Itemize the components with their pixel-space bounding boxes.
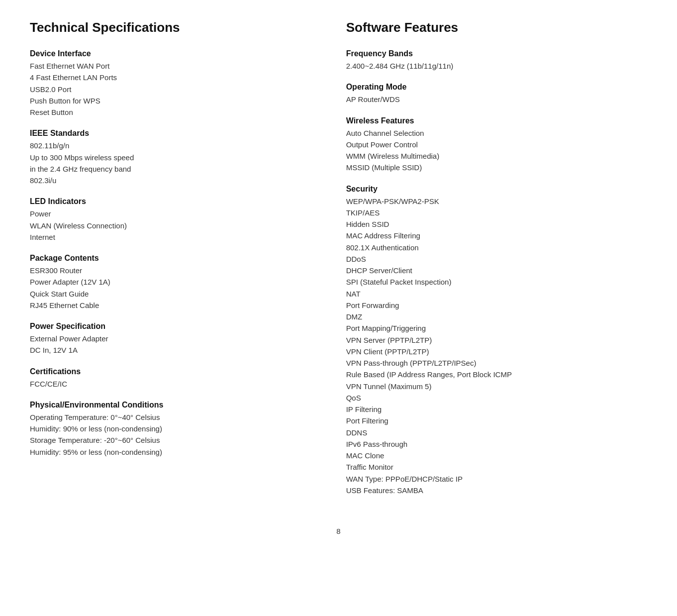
section-ieee-standards: IEEE Standards802.11b/g/nUp to 300 Mbps … [30, 129, 306, 186]
section-certifications: CertificationsFCC/CE/IC [30, 367, 306, 390]
section-heading-device-interface: Device Interface [30, 49, 306, 58]
section-led-indicators: LED IndicatorsPowerWLAN (Wireless Connec… [30, 197, 306, 243]
section-content-wireless-features: Auto Channel SelectionOutput Power Contr… [346, 127, 647, 174]
list-item: Output Power Control [346, 139, 647, 150]
section-content-certifications: FCC/CE/IC [30, 378, 306, 390]
section-wireless-features: Wireless FeaturesAuto Channel SelectionO… [346, 116, 647, 174]
list-item: IPv6 Pass-through [346, 438, 647, 450]
list-item: 4 Fast Ethernet LAN Ports [30, 72, 306, 83]
section-operating-mode: Operating ModeAP Router/WDS [346, 83, 647, 105]
list-item: Operating Temperature: 0°~40° Celsius [30, 411, 306, 423]
left-title: Technical Specifications [30, 20, 306, 35]
section-power-specification: Power SpecificationExternal Power Adapte… [30, 322, 306, 356]
list-item: MAC Address Filtering [346, 230, 647, 241]
list-item: DDoS [346, 253, 647, 265]
section-physical-environmental: Physical/Environmental ConditionsOperati… [30, 401, 306, 458]
list-item: in the 2.4 GHz frequency band [30, 163, 306, 175]
list-item: Push Button for WPS [30, 95, 306, 106]
section-content-security: WEP/WPA-PSK/WPA2-PSKTKIP/AESHidden SSIDM… [346, 196, 647, 497]
left-column: Technical Specifications Device Interfac… [30, 20, 326, 507]
section-package-contents: Package ContentsESR300 RouterPower Adapt… [30, 254, 306, 311]
list-item: Power [30, 208, 306, 219]
list-item: 2.400~2.484 GHz (11b/11g/11n) [346, 60, 647, 72]
list-item: Rule Based (IP Address Ranges, Port Bloc… [346, 369, 647, 380]
section-heading-operating-mode: Operating Mode [346, 83, 647, 92]
list-item: RJ45 Ethernet Cable [30, 300, 306, 311]
list-item: Fast Ethernet WAN Port [30, 60, 306, 72]
section-content-device-interface: Fast Ethernet WAN Port4 Fast Ethernet LA… [30, 60, 306, 118]
list-item: TKIP/AES [346, 207, 647, 218]
list-item: FCC/CE/IC [30, 378, 306, 390]
section-content-frequency-bands: 2.400~2.484 GHz (11b/11g/11n) [346, 60, 647, 72]
list-item: Humidity: 90% or less (non-condensing) [30, 423, 306, 434]
section-content-led-indicators: PowerWLAN (Wireless Connection)Internet [30, 208, 306, 243]
list-item: Hidden SSID [346, 218, 647, 230]
list-item: Humidity: 95% or less (non-condensing) [30, 446, 306, 458]
list-item: VPN Server (PPTP/L2TP) [346, 334, 647, 346]
list-item: VPN Tunnel (Maximum 5) [346, 381, 647, 392]
right-title: Software Features [346, 20, 647, 35]
list-item: Internet [30, 231, 306, 243]
section-device-interface: Device InterfaceFast Ethernet WAN Port4 … [30, 49, 306, 118]
list-item: DHCP Server/Client [346, 265, 647, 276]
list-item: USB Features: SAMBA [346, 485, 647, 496]
list-item: SPI (Stateful Packet Inspection) [346, 276, 647, 288]
list-item: MAC Clone [346, 450, 647, 461]
section-frequency-bands: Frequency Bands2.400~2.484 GHz (11b/11g/… [346, 49, 647, 72]
section-content-operating-mode: AP Router/WDS [346, 94, 647, 105]
list-item: IP Filtering [346, 404, 647, 415]
list-item: ESR300 Router [30, 265, 306, 276]
list-item: NAT [346, 288, 647, 300]
list-item: Power Adapter (12V 1A) [30, 276, 306, 288]
list-item: DC In, 12V 1A [30, 344, 306, 356]
section-heading-led-indicators: LED Indicators [30, 197, 306, 206]
section-heading-frequency-bands: Frequency Bands [346, 49, 647, 58]
list-item: MSSID (Multiple SSID) [346, 162, 647, 173]
list-item: WAN Type: PPPoE/DHCP/Static IP [346, 473, 647, 485]
list-item: Storage Temperature: -20°~60° Celsius [30, 434, 306, 446]
list-item: WEP/WPA-PSK/WPA2-PSK [346, 196, 647, 207]
list-item: USB2.0 Port [30, 84, 306, 95]
list-item: 802.1X Authentication [346, 242, 647, 253]
list-item: Quick Start Guide [30, 288, 306, 300]
section-heading-ieee-standards: IEEE Standards [30, 129, 306, 138]
section-heading-wireless-features: Wireless Features [346, 116, 647, 125]
section-content-package-contents: ESR300 RouterPower Adapter (12V 1A)Quick… [30, 265, 306, 311]
list-item: Reset Button [30, 106, 306, 118]
list-item: External Power Adapter [30, 333, 306, 344]
list-item: 802.11b/g/n [30, 140, 306, 151]
section-security: SecurityWEP/WPA-PSK/WPA2-PSKTKIP/AESHidd… [346, 185, 647, 497]
section-content-ieee-standards: 802.11b/g/nUp to 300 Mbps wireless speed… [30, 140, 306, 186]
page-number: 8 [30, 527, 647, 535]
list-item: VPN Pass-through (PPTP/L2TP/IPSec) [346, 357, 647, 369]
list-item: DMZ [346, 311, 647, 322]
right-column: Software Features Frequency Bands2.400~2… [326, 20, 647, 507]
list-item: WLAN (Wireless Connection) [30, 220, 306, 231]
section-content-power-specification: External Power AdapterDC In, 12V 1A [30, 333, 306, 356]
list-item: QoS [346, 392, 647, 404]
list-item: Port Filtering [346, 415, 647, 426]
list-item: Up to 300 Mbps wireless speed [30, 152, 306, 163]
section-heading-security: Security [346, 185, 647, 194]
list-item: Traffic Monitor [346, 461, 647, 473]
list-item: Port Forwarding [346, 300, 647, 311]
section-content-physical-environmental: Operating Temperature: 0°~40° CelsiusHum… [30, 411, 306, 458]
section-heading-physical-environmental: Physical/Environmental Conditions [30, 401, 306, 410]
section-heading-package-contents: Package Contents [30, 254, 306, 263]
list-item: WMM (Wireless Multimedia) [346, 150, 647, 162]
list-item: VPN Client (PPTP/L2TP) [346, 346, 647, 357]
list-item: Port Mapping/Triggering [346, 322, 647, 334]
list-item: AP Router/WDS [346, 94, 647, 105]
list-item: Auto Channel Selection [346, 127, 647, 139]
list-item: 802.3i/u [30, 175, 306, 186]
list-item: DDNS [346, 427, 647, 438]
section-heading-certifications: Certifications [30, 367, 306, 376]
section-heading-power-specification: Power Specification [30, 322, 306, 331]
